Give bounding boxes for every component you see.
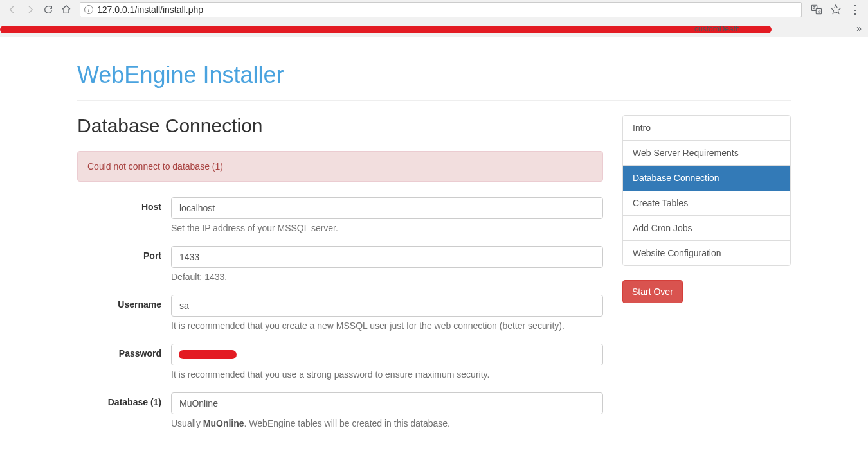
- bookmark-peek: customDeath: [694, 24, 740, 33]
- sidebar-item-intro[interactable]: Intro: [623, 116, 790, 141]
- database1-label: Database (1): [77, 392, 171, 428]
- sidebar-item-add-cron-jobs[interactable]: Add Cron Jobs: [623, 216, 790, 241]
- sidebar-item-database-connection[interactable]: Database Connection: [623, 166, 790, 191]
- password-help: It is recommended that you use a strong …: [171, 369, 603, 380]
- port-help: Default: 1433.: [171, 272, 603, 282]
- database1-input[interactable]: [171, 392, 603, 414]
- forward-button[interactable]: [23, 3, 37, 17]
- error-message: Could not connect to database (1): [87, 161, 223, 172]
- database1-help: Usually MuOnline. WebEngine tables will …: [171, 418, 603, 428]
- redaction-overlay: [179, 350, 237, 359]
- page-body: WebEngine Installer Database Connection …: [0, 37, 868, 449]
- section-heading: Database Connection: [77, 115, 603, 137]
- host-help: Set the IP address of your MSSQL server.: [171, 223, 603, 233]
- host-input[interactable]: [171, 197, 603, 219]
- bookmarks-overflow-icon[interactable]: »: [856, 23, 862, 33]
- form-row-password: Password It is recommended that you use …: [77, 344, 603, 380]
- sidebar: Intro Web Server Requirements Database C…: [622, 115, 791, 303]
- main-content: Database Connection Could not connect to…: [77, 115, 603, 441]
- port-label: Port: [77, 246, 171, 282]
- username-label: Username: [77, 295, 171, 331]
- form-row-host: Host Set the IP address of your MSSQL se…: [77, 197, 603, 233]
- sidebar-item-create-tables[interactable]: Create Tables: [623, 191, 790, 216]
- host-label: Host: [77, 197, 171, 233]
- username-input[interactable]: [171, 295, 603, 317]
- redaction-overlay: [0, 26, 772, 33]
- password-label: Password: [77, 344, 171, 380]
- divider: [77, 100, 791, 101]
- steps-list: Intro Web Server Requirements Database C…: [622, 115, 791, 266]
- url-bar[interactable]: i 127.0.0.1/install/install.php: [80, 2, 802, 17]
- browser-menu-icon[interactable]: ⋮: [849, 3, 860, 17]
- sidebar-item-web-server-requirements[interactable]: Web Server Requirements: [623, 141, 790, 166]
- translate-icon[interactable]: 文: [811, 4, 822, 15]
- site-info-icon[interactable]: i: [84, 5, 93, 14]
- bookmarks-bar: customDeath »: [0, 19, 868, 37]
- browser-toolbar: i 127.0.0.1/install/install.php 文 ⋮: [0, 0, 868, 19]
- url-text: 127.0.0.1/install/install.php: [97, 4, 203, 15]
- error-alert: Could not connect to database (1): [77, 151, 603, 182]
- form-row-database1: Database (1) Usually MuOnline. WebEngine…: [77, 392, 603, 428]
- form-row-port: Port Default: 1433.: [77, 246, 603, 282]
- svg-text:文: 文: [818, 9, 821, 13]
- form-row-username: Username It is recommended that you crea…: [77, 295, 603, 331]
- port-input[interactable]: [171, 246, 603, 268]
- star-icon[interactable]: [830, 4, 842, 15]
- home-button[interactable]: [59, 3, 73, 17]
- start-over-button[interactable]: Start Over: [622, 280, 683, 303]
- sidebar-item-website-configuration[interactable]: Website Configuration: [623, 241, 790, 265]
- username-help: It is recommended that you create a new …: [171, 321, 603, 331]
- reload-button[interactable]: [41, 3, 55, 17]
- back-button[interactable]: [5, 3, 19, 17]
- page-title: WebEngine Installer: [77, 62, 791, 89]
